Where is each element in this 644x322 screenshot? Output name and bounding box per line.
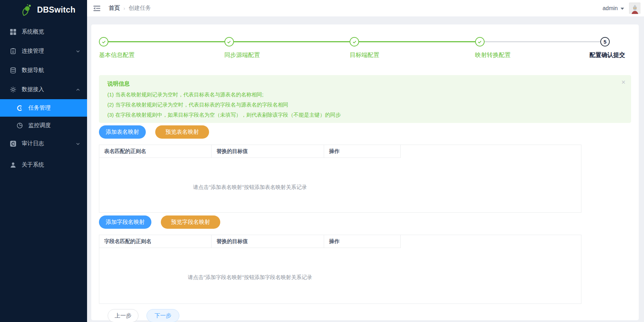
chevron-down-icon [76, 142, 80, 146]
gear-icon [10, 86, 16, 93]
column-header-actions: 操作 [324, 235, 401, 248]
column-header-target: 替换的目标值 [212, 235, 324, 248]
step-sync-source: 同步源端配置 [224, 37, 350, 59]
step-check-icon [475, 37, 485, 46]
step-check-icon [350, 37, 359, 46]
preview-field-mapping-button[interactable]: 预览字段名映射 [161, 215, 220, 229]
previous-step-button[interactable]: 上一步 [108, 309, 138, 322]
table-header-row: 字段名匹配的正则名 替换的目标值 操作 [99, 235, 581, 248]
sidebar-item-system-overview[interactable]: 系统概览 [0, 22, 87, 42]
step-label: 基本信息配置 [99, 51, 224, 59]
alert-title: 说明信息 [107, 80, 623, 88]
alert-line: (1) 当表名映射规则记录为空时，代表目标表名与源表名的名称相同; [107, 92, 623, 98]
sidebar-item-label: 系统概览 [22, 28, 44, 36]
step-check-icon [99, 37, 108, 46]
field-mapping-buttons: 添加字段名映射 预览字段名映射 [99, 215, 631, 229]
wizard-footer: 上一步 下一步 [108, 309, 631, 322]
sidebar-item-audit-log[interactable]: 审计日志 [0, 134, 87, 153]
table-header-row: 表名匹配的正则名 替换的目标值 操作 [99, 145, 581, 158]
sidebar-item-connection-management[interactable]: 连接管理 [0, 42, 87, 61]
sidebar-item-data-navigation[interactable]: 数据导航 [0, 61, 87, 80]
field-mapping-table: 字段名匹配的正则名 替换的目标值 操作 请点击"添加字段名映射"按钮添加字段名映… [99, 235, 581, 304]
step-label: 目标端配置 [350, 51, 475, 59]
sidebar-item-label: 数据导航 [22, 67, 44, 74]
add-field-mapping-button[interactable]: 添加字段名映射 [99, 215, 151, 229]
grid-icon [10, 29, 16, 35]
chevron-up-icon [76, 88, 80, 92]
sidebar-item-label: 关于系统 [22, 161, 44, 169]
table-mapping-buttons: 添加表名映射 预览表名映射 [99, 125, 631, 139]
pie-chart-icon [16, 122, 23, 129]
sidebar-collapse-icon[interactable] [93, 5, 101, 12]
step-connector [108, 41, 224, 42]
chevron-down-icon [76, 49, 80, 53]
sidebar: DBSwitch 系统概览 连接管理 [0, 0, 87, 322]
logo: DBSwitch [0, 0, 87, 20]
avatar[interactable] [629, 2, 641, 14]
step-mapping-transform: 映射转换配置 [475, 37, 601, 59]
step-label: 同步源端配置 [224, 51, 350, 59]
breadcrumb-current: 创建任务 [129, 5, 151, 12]
sidebar-item-label: 任务管理 [28, 104, 51, 112]
table-body: 请点击"添加字段名映射"按钮添加字段名映射关系记录 [99, 248, 581, 303]
database-icon [10, 67, 16, 74]
step-connector [359, 41, 475, 42]
create-task-card: 基本信息配置 同步源端配置 [91, 24, 639, 320]
table-body: 请点击"添加表名映射"按钮添加表名映射关系记录 [99, 158, 581, 212]
step-connector [485, 41, 601, 42]
breadcrumb-home-link[interactable]: 首页 [109, 5, 120, 12]
user-menu[interactable]: admin [602, 2, 641, 14]
sidebar-item-data-access[interactable]: 数据接入 [0, 80, 87, 99]
next-step-button[interactable]: 下一步 [146, 309, 179, 322]
step-label: 映射转换配置 [475, 51, 601, 59]
sidebar-item-label: 审计日志 [22, 140, 44, 147]
step-target-config: 目标端配置 [350, 37, 475, 59]
sidebar-item-task-management[interactable]: 任务管理 [0, 99, 87, 117]
user-icon [10, 162, 16, 168]
sidebar-item-about-system[interactable]: 关于系统 [0, 155, 87, 175]
column-header-actions: 操作 [324, 145, 401, 158]
table-mapping-table: 表名匹配的正则名 替换的目标值 操作 请点击"添加表名映射"按钮添加表名映射关系… [99, 145, 581, 213]
audit-log-icon [10, 140, 16, 147]
step-check-icon [224, 37, 234, 46]
content-area: 基本信息配置 同步源端配置 [87, 16, 644, 322]
alert-line: (3) 在字段名映射规则中，如果目标字段名为空（未填写），则代表剔除该字段（不能… [107, 112, 623, 118]
username[interactable]: admin [602, 5, 618, 12]
topbar: 首页 › 创建任务 admin [87, 0, 644, 16]
steps-wizard: 基本信息配置 同步源端配置 [99, 37, 631, 59]
info-alert: 说明信息 (1) 当表名映射规则记录为空时，代表目标表名与源表名的名称相同; (… [99, 75, 631, 123]
sidebar-menu: 系统概览 连接管理 数据导航 [0, 20, 87, 175]
preview-table-mapping-button[interactable]: 预览表名映射 [155, 125, 209, 139]
step-connector [234, 41, 350, 42]
step-label: 配置确认提交 [589, 51, 631, 59]
step-confirm-submit: 5 配置确认提交 [600, 37, 631, 59]
close-icon[interactable]: × [621, 79, 625, 86]
sidebar-item-monitor-schedule[interactable]: 监控调度 [0, 117, 87, 134]
add-table-mapping-button[interactable]: 添加表名映射 [99, 125, 146, 139]
step-basic-info: 基本信息配置 [99, 37, 224, 59]
app-root: DBSwitch 系统概览 连接管理 [0, 0, 644, 322]
column-header-regex: 字段名匹配的正则名 [99, 235, 212, 248]
dbswitch-logo-icon [21, 3, 34, 16]
alert-line: (2) 当字段名映射规则记录为空时，代表目标表的字段名与源表名的字段名相同 [107, 102, 623, 108]
sidebar-item-label: 监控调度 [28, 122, 51, 129]
sidebar-item-label: 数据接入 [22, 86, 44, 93]
task-icon [16, 105, 23, 111]
breadcrumb: 首页 › 创建任务 [109, 5, 151, 12]
clipboard-icon [10, 48, 16, 54]
empty-state-text: 请点击"添加字段名映射"按钮添加字段名映射关系记录 [99, 248, 401, 281]
column-header-regex: 表名匹配的正则名 [99, 145, 212, 158]
caret-down-icon [621, 8, 624, 10]
sidebar-item-label: 连接管理 [22, 47, 44, 55]
step-number: 5 [600, 37, 610, 46]
app-title: DBSwitch [37, 5, 76, 15]
empty-state-text: 请点击"添加表名映射"按钮添加表名映射关系记录 [99, 158, 401, 191]
breadcrumb-separator: › [123, 5, 125, 11]
main-area: 首页 › 创建任务 admin [87, 0, 644, 322]
column-header-target: 替换的目标值 [212, 145, 324, 158]
